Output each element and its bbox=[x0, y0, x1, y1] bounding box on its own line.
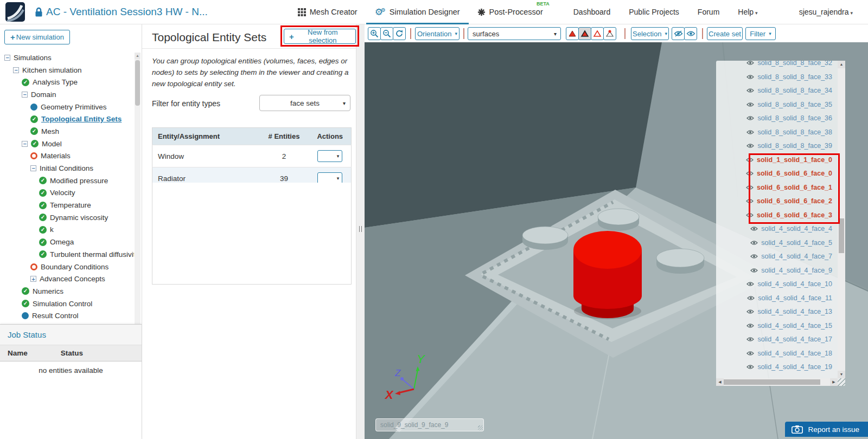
select-nodes-button[interactable] bbox=[603, 27, 616, 40]
select-edges-button[interactable] bbox=[591, 27, 604, 40]
tree-item-boundary-conditions[interactable]: Boundary Conditions bbox=[0, 261, 134, 273]
face-item[interactable]: solid_4_solid_4_face_10 bbox=[716, 277, 838, 292]
resize-grip-icon[interactable] bbox=[478, 425, 483, 430]
scrollbar-thumb[interactable] bbox=[135, 60, 140, 106]
face-item[interactable]: solid_4_solid_4_face_15 bbox=[716, 319, 838, 333]
scrollbar-thumb[interactable] bbox=[724, 379, 820, 385]
tree-item-geometry-primitives[interactable]: Geometry Primitives bbox=[0, 101, 134, 113]
new-from-selection-button[interactable]: + New from selection bbox=[284, 29, 356, 44]
refresh-view-button[interactable] bbox=[393, 27, 406, 40]
face-item[interactable]: solid_8_solid_8_face_35 bbox=[716, 98, 838, 112]
tree-item-k[interactable]: ✓k bbox=[0, 224, 134, 236]
tree-item-temperature[interactable]: ✓Temperature bbox=[0, 199, 134, 211]
filter-menu-button[interactable]: Filter▾ bbox=[745, 27, 776, 40]
eye-icon[interactable] bbox=[746, 143, 754, 149]
hide-selected-button[interactable] bbox=[672, 27, 685, 40]
orientation-button[interactable]: Orientation▾ bbox=[415, 27, 459, 40]
scrollbar-thumb[interactable] bbox=[839, 218, 844, 253]
tree-scrollbar[interactable]: ▲ ▼ bbox=[135, 53, 141, 345]
panel-resize-handle[interactable] bbox=[356, 24, 365, 439]
render-mode-select[interactable]: surfaces ▾ bbox=[468, 27, 561, 40]
scroll-up-icon[interactable]: ▲ bbox=[838, 61, 845, 68]
new-simulation-button[interactable]: + New simulation bbox=[4, 30, 70, 44]
face-list-hscrollbar[interactable]: ◀ ▶ bbox=[716, 378, 838, 386]
face-item[interactable]: solid_8_solid_8_face_36 bbox=[716, 112, 838, 126]
face-item[interactable]: solid_8_solid_8_face_32 bbox=[716, 61, 838, 70]
tree-item-omega[interactable]: ✓Omega bbox=[0, 236, 134, 248]
tree-item-dynamic-viscosity[interactable]: ✓Dynamic viscosity bbox=[0, 211, 134, 224]
face-item[interactable]: solid_4_solid_4_face_13 bbox=[716, 305, 838, 319]
tree-item-numerics[interactable]: ✓Numerics bbox=[0, 285, 134, 298]
face-item[interactable]: solid_8_solid_8_face_33 bbox=[716, 70, 838, 85]
collapse-icon[interactable]: − bbox=[30, 165, 36, 171]
tab-mesh-creator[interactable]: Mesh Creator bbox=[289, 0, 366, 24]
viewer-canvas[interactable]: solid_8_solid_8_face_32solid_8_solid_8_f… bbox=[365, 42, 868, 439]
eye-icon[interactable] bbox=[746, 74, 754, 80]
eye-icon[interactable] bbox=[746, 309, 754, 314]
entity-type-select[interactable]: face sets ▾ bbox=[259, 95, 350, 111]
eye-icon[interactable] bbox=[746, 323, 754, 328]
expand-icon[interactable]: + bbox=[30, 276, 36, 282]
project-title[interactable]: AC - Ventilation Session3 HW - N... bbox=[46, 6, 208, 18]
selection-menu-button[interactable]: Selection▾ bbox=[631, 27, 669, 40]
tree-item-result-control[interactable]: Result Control bbox=[0, 309, 134, 322]
tree-item-simulation-control[interactable]: ✓Simulation Control bbox=[0, 298, 134, 310]
collapse-icon[interactable]: − bbox=[13, 67, 19, 73]
tab-post-processor[interactable]: Post-Processor BETA bbox=[469, 0, 552, 24]
tree-item-domain[interactable]: −Domain bbox=[0, 88, 134, 101]
select-volumes-button[interactable] bbox=[566, 27, 579, 40]
tree-item-mesh[interactable]: ✓Mesh bbox=[0, 125, 134, 138]
report-issue-button[interactable]: Report an issue bbox=[785, 422, 868, 437]
eye-icon[interactable] bbox=[746, 88, 754, 93]
face-item[interactable]: solid_4_solid_4_face_5 bbox=[716, 236, 838, 250]
scroll-down-icon[interactable]: ▼ bbox=[838, 371, 845, 378]
tree-item-modified-pressure[interactable]: ✓Modified pressure bbox=[0, 175, 134, 187]
face-item[interactable]: solid_4_solid_4_face_9 bbox=[716, 264, 838, 278]
create-set-button[interactable]: Create set bbox=[707, 27, 743, 40]
nav-public-projects[interactable]: Public Projects bbox=[629, 8, 679, 16]
tree-item-turbulent-thermal-diffusivity[interactable]: ✓Turbulent thermal diffusivity bbox=[0, 248, 134, 261]
eye-icon[interactable] bbox=[750, 226, 758, 231]
face-item[interactable]: solid_4_solid_4_face_7 bbox=[716, 250, 838, 264]
show-all-button[interactable] bbox=[684, 27, 697, 40]
face-item[interactable]: solid_4_solid_4_face_11 bbox=[716, 292, 838, 306]
row-actions-select[interactable]: ▾ bbox=[317, 150, 342, 162]
tree-item-materials[interactable]: Materials bbox=[0, 150, 134, 163]
eye-icon[interactable] bbox=[750, 254, 758, 259]
face-item[interactable]: solid_8_solid_8_face_34 bbox=[716, 84, 838, 98]
face-item[interactable]: solid_8_solid_8_face_38 bbox=[716, 126, 838, 140]
select-faces-button[interactable] bbox=[578, 27, 591, 40]
eye-icon[interactable] bbox=[746, 198, 754, 204]
tree-item-velocity[interactable]: ✓Velocity bbox=[0, 187, 134, 199]
entity-name-input[interactable]: solid_9_solid_9_face_9 bbox=[375, 418, 484, 431]
scroll-left-icon[interactable]: ◀ bbox=[716, 378, 724, 386]
face-item[interactable]: solid_8_solid_8_face_39 bbox=[716, 139, 838, 153]
face-item[interactable]: solid_4_solid_4_face_17 bbox=[716, 333, 838, 347]
eye-icon[interactable] bbox=[746, 171, 754, 176]
table-row-window[interactable]: Window2▾ bbox=[152, 145, 352, 167]
face-item[interactable]: solid_4_solid_4_face_19 bbox=[716, 360, 838, 375]
eye-icon[interactable] bbox=[746, 212, 754, 218]
collapse-icon[interactable]: − bbox=[4, 55, 10, 61]
eye-icon[interactable] bbox=[746, 364, 754, 370]
tree-item-initial-conditions[interactable]: −Initial Conditions bbox=[0, 162, 134, 175]
face-list-vscrollbar[interactable]: ▲ ▼ bbox=[838, 61, 845, 378]
face-item[interactable]: solid_6_solid_6_face_1 bbox=[716, 181, 838, 195]
tree-item-topological-entity-sets[interactable]: ✓Topological Entity Sets bbox=[0, 113, 134, 125]
eye-icon[interactable] bbox=[747, 295, 755, 301]
eye-icon[interactable] bbox=[746, 281, 754, 287]
eye-icon[interactable] bbox=[746, 130, 754, 135]
face-item[interactable]: solid_4_solid_4_face_4 bbox=[716, 222, 838, 236]
tree-item-analysis-type[interactable]: ✓Analysis Type bbox=[0, 76, 134, 88]
tree-item-model[interactable]: −✓Model bbox=[0, 138, 134, 150]
eye-icon[interactable] bbox=[746, 157, 754, 163]
panel-resize-corner[interactable] bbox=[838, 378, 845, 386]
eye-icon[interactable] bbox=[750, 240, 758, 246]
eye-icon[interactable] bbox=[746, 337, 754, 342]
tab-simulation-designer[interactable]: ⚙⚙ Simulation Designer bbox=[366, 0, 469, 24]
eye-icon[interactable] bbox=[746, 185, 754, 190]
eye-icon[interactable] bbox=[746, 351, 754, 356]
face-item[interactable]: solid_6_solid_6_face_0 bbox=[716, 167, 838, 181]
collapse-icon[interactable]: − bbox=[22, 141, 28, 147]
user-menu[interactable]: sjesu_rajendra▾ bbox=[799, 8, 853, 16]
